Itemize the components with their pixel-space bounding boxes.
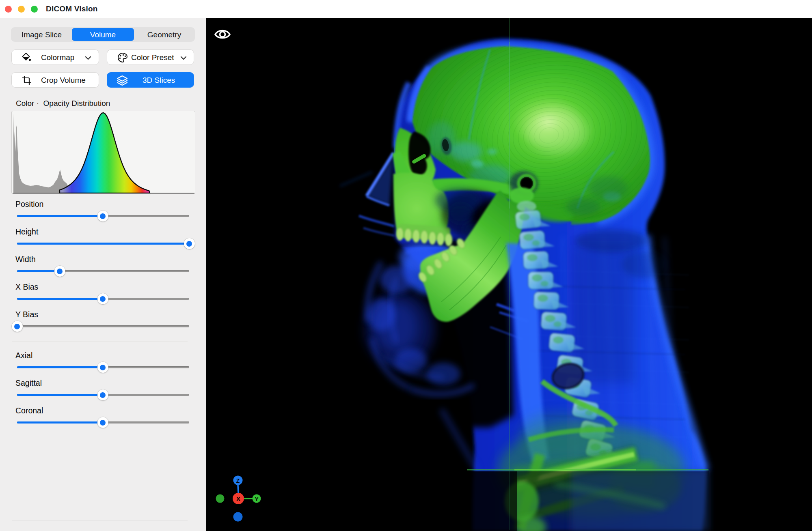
- svg-text:Y: Y: [255, 496, 259, 502]
- svg-text:Z: Z: [236, 477, 240, 484]
- svg-text:X: X: [236, 495, 240, 502]
